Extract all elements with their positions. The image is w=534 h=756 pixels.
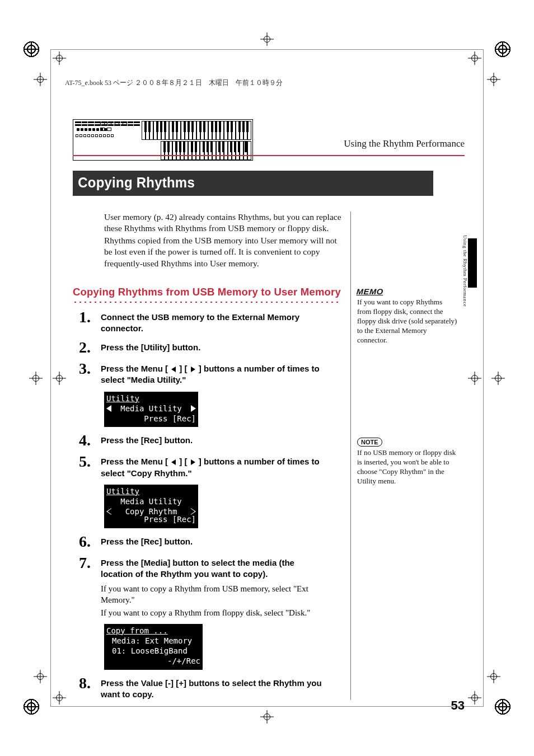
registration-mark-icon <box>493 39 513 59</box>
memo-box: MEMO If you want to copy Rhythms from fl… <box>357 287 458 345</box>
step-text: Press the [Rec] button. <box>101 534 325 547</box>
step-text: Press the [Rec] button. <box>101 433 325 446</box>
registration-mark-icon <box>493 697 513 717</box>
crosshair-icon <box>29 372 43 385</box>
lcd-line: 01: LooseBigBand <box>106 646 200 656</box>
thumb-tab-icon <box>468 238 477 288</box>
note-box: NOTE If no USB memory or floppy disk is … <box>357 438 458 486</box>
registration-mark-icon <box>21 39 41 59</box>
step-number: 8 <box>73 675 91 691</box>
left-arrow-icon <box>171 367 176 372</box>
step-text: Press the [Media] button to select the m… <box>101 555 325 618</box>
lcd-header: Utility <box>106 393 196 403</box>
step-subtext: If you want to copy a Rhythm from floppy… <box>101 607 325 618</box>
note-text: If no USB memory or floppy disk is inser… <box>357 448 458 486</box>
step-number: 7 <box>73 555 91 571</box>
left-arrow-icon <box>171 459 176 465</box>
lcd-line: Media Utility <box>106 496 196 506</box>
crosshair-icon <box>487 670 500 683</box>
header-rule <box>73 155 465 156</box>
section-title: Copying Rhythms <box>73 171 433 196</box>
crosshair-icon <box>34 73 47 86</box>
lcd-line: Media: Ext Memory <box>106 636 200 646</box>
memo-label: MEMO <box>356 287 383 297</box>
memo-text: If you want to copy Rhythms from floppy … <box>357 298 458 345</box>
keyboard-illustration <box>73 119 253 161</box>
step-number: 1 <box>73 309 91 325</box>
step-text: Press the Menu [ ] [ ] buttons a number … <box>101 454 325 479</box>
lcd-screenshot: Utility Media Utility Press [Rec] <box>104 392 198 428</box>
note-label: NOTE <box>357 438 382 447</box>
lcd-screenshot: Copy from ... Media: Ext Memory 01: Loos… <box>104 624 203 670</box>
book-meta-line: AT-75_e.book 53 ページ ２００８年８月２１日 木曜日 午前１０時… <box>65 78 465 88</box>
page-number: 53 <box>451 698 465 713</box>
left-arrow-icon <box>106 508 111 515</box>
left-arrow-icon <box>106 405 111 412</box>
crosshair-icon <box>260 710 274 724</box>
crosshair-icon <box>487 73 500 86</box>
intro-paragraph: Rhythms copied from the USB memory into … <box>104 235 344 269</box>
right-arrow-icon <box>191 508 196 515</box>
side-section-label: Using the Rhythm Performance <box>462 235 468 307</box>
right-arrow-icon <box>191 405 196 412</box>
lcd-screenshot: Utility Media Utility Copy Rhythm Press … <box>104 485 198 528</box>
step-number: 3 <box>73 361 91 377</box>
step-text: Press the Value [-] [+] buttons to selec… <box>101 675 325 701</box>
crosshair-icon <box>491 372 505 385</box>
step-number: 4 <box>73 433 91 448</box>
right-arrow-icon <box>191 459 195 465</box>
intro-paragraph: User memory (p. 42) already contains Rhy… <box>104 212 344 234</box>
lcd-footer: Press [Rec] <box>106 414 196 424</box>
upper-keyboard-icon <box>142 121 251 140</box>
lcd-line: Media Utility <box>111 403 191 414</box>
step-text: Press the Menu [ ] [ ] buttons a number … <box>101 361 325 386</box>
lcd-footer: -/+/Rec <box>106 656 200 666</box>
lcd-header: Utility <box>106 486 196 496</box>
crosshair-icon <box>34 670 47 683</box>
column-divider <box>350 212 351 700</box>
dotted-rule <box>73 300 341 304</box>
running-head: Using the Rhythm Performance <box>344 138 465 149</box>
registration-mark-icon <box>21 697 41 717</box>
step-text: Press the [Utility] button. <box>101 340 325 353</box>
step-number: 5 <box>73 454 91 469</box>
step-subtext: If you want to copy a Rhythm from USB me… <box>101 583 325 606</box>
step-text: Connect the USB memory to the External M… <box>101 309 325 335</box>
lcd-header: Copy from ... <box>106 626 200 636</box>
crosshair-icon <box>260 32 274 46</box>
step-number: 2 <box>73 340 91 355</box>
step-number: 6 <box>73 534 91 550</box>
lower-keyboard-icon <box>161 141 251 160</box>
right-arrow-icon <box>191 367 195 372</box>
